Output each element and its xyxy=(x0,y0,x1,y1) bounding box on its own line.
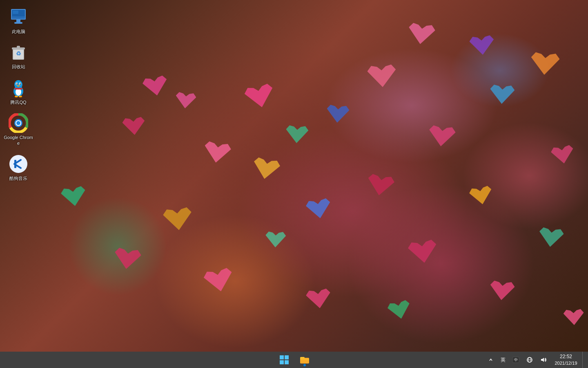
desktop-icons: 此电脑 ♻ 回收站 xyxy=(0,0,37,352)
svg-rect-35 xyxy=(300,359,309,360)
sound-icon-area[interactable] xyxy=(537,352,550,368)
svg-rect-9 xyxy=(17,46,20,48)
svg-point-20 xyxy=(15,96,18,97)
svg-text:♻: ♻ xyxy=(16,50,21,57)
svg-point-13 xyxy=(14,80,22,89)
svg-point-26 xyxy=(9,155,27,173)
my-computer-icon-img xyxy=(9,7,28,27)
svg-rect-31 xyxy=(285,355,289,359)
sound-icon xyxy=(540,357,547,363)
svg-rect-5 xyxy=(11,16,26,20)
svg-rect-3 xyxy=(14,22,22,24)
svg-marker-41 xyxy=(541,358,544,362)
kuwo-music-icon[interactable]: 酷狗音乐 xyxy=(2,151,35,184)
my-computer-label: 此电脑 xyxy=(12,29,25,34)
language-indicator[interactable]: 英 xyxy=(498,352,508,368)
recycle-bin-icon[interactable]: ♻ 回收站 xyxy=(2,39,35,73)
desktop: 此电脑 ♻ 回收站 xyxy=(0,0,588,352)
system-tray-expand-button[interactable] xyxy=(485,354,497,366)
language-text: 英 xyxy=(501,357,506,364)
kuwo-music-label: 酷狗音乐 xyxy=(9,175,27,181)
svg-rect-2 xyxy=(16,20,20,22)
clock-date: 2021/12/19 xyxy=(555,360,577,366)
kuwo-music-icon-img xyxy=(9,154,28,174)
my-computer-icon[interactable]: 此电脑 xyxy=(2,4,35,38)
file-explorer-dot xyxy=(303,364,306,366)
svg-rect-32 xyxy=(280,360,284,364)
google-chrome-label: Google Chrome xyxy=(4,135,33,146)
start-button[interactable] xyxy=(274,352,294,368)
taskbar-center xyxy=(274,352,314,368)
svg-point-17 xyxy=(20,83,21,85)
svg-rect-4 xyxy=(13,11,18,14)
ime-indicator[interactable]: 中 xyxy=(510,352,522,368)
svg-point-21 xyxy=(19,96,22,97)
taskbar-right: 英 中 22:5 xyxy=(485,352,588,368)
svg-rect-33 xyxy=(285,360,289,364)
recycle-bin-label: 回收站 xyxy=(12,64,25,70)
google-chrome-icon-img xyxy=(9,113,28,133)
network-icon-area[interactable] xyxy=(523,352,536,368)
svg-text:中: 中 xyxy=(514,358,518,362)
tencent-qq-label: 腾讯QQ xyxy=(10,99,26,105)
taskbar: 英 中 22:5 xyxy=(0,352,588,368)
google-chrome-icon[interactable]: Google Chrome xyxy=(2,110,35,150)
show-desktop-button[interactable] xyxy=(582,352,585,368)
file-explorer-taskbar[interactable] xyxy=(296,352,314,368)
svg-point-25 xyxy=(16,121,20,125)
tencent-qq-icon-img xyxy=(9,78,28,98)
wallpaper xyxy=(0,0,588,352)
svg-rect-30 xyxy=(280,355,284,359)
recycle-bin-icon-img: ♻ xyxy=(9,43,28,62)
tencent-qq-icon[interactable]: 腾讯QQ xyxy=(2,75,35,108)
clock-time: 22:52 xyxy=(560,353,572,360)
svg-point-18 xyxy=(17,85,20,86)
svg-point-16 xyxy=(16,83,18,85)
network-icon xyxy=(526,357,533,363)
svg-rect-19 xyxy=(14,88,22,90)
clock-display[interactable]: 22:52 2021/12/19 xyxy=(551,352,581,368)
